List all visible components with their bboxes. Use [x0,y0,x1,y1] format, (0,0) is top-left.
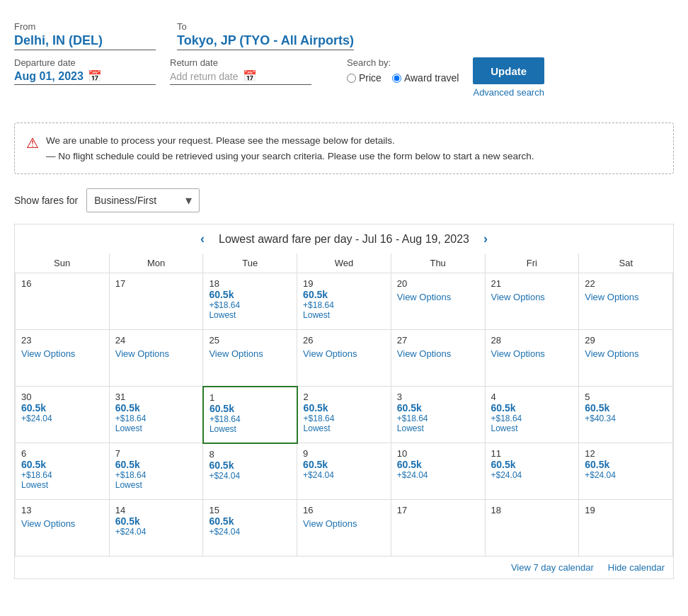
next-month-button[interactable]: › [483,232,488,246]
hide-calendar-link[interactable]: Hide calendar [608,562,665,573]
cell-fee: +$24.04 [21,413,103,423]
calendar-cell[interactable]: 260.5k+$18.64Lowest [297,387,391,443]
to-value[interactable]: Tokyo, JP (TYO - All Airports) [177,33,354,50]
view-options-link[interactable]: View Options [491,348,573,359]
cell-fee: +$24.04 [397,470,479,480]
calendar-cell[interactable]: 28View Options [485,330,579,387]
calendar-cell[interactable]: 1460.5k+$24.04 [109,500,203,557]
cell-price: 60.5k [397,402,479,413]
calendar-cell[interactable]: 560.5k+$40.34 [579,387,673,443]
cell-date-number: 18 [209,278,219,289]
cell-lowest-tag: Lowest [210,424,291,434]
view-options-link[interactable]: View Options [585,292,667,302]
calendar-cell[interactable]: 1860.5k+$18.64Lowest [203,273,297,330]
view-options-link[interactable]: View Options [21,518,103,529]
error-text: We are unable to process your request. P… [46,133,534,164]
calendar-cell[interactable]: 27View Options [391,330,485,387]
view-7day-link[interactable]: View 7 day calendar [511,562,594,573]
cell-date-number: 16 [21,278,31,289]
calendar-body: 16171860.5k+$18.64Lowest1960.5k+$18.64Lo… [16,273,673,557]
calendar-icon[interactable]: 📅 [88,69,102,83]
award-radio-label[interactable]: Award travel [392,72,459,84]
return-calendar-icon[interactable]: 📅 [243,69,257,83]
calendar-cell[interactable]: 660.5k+$18.64Lowest [16,443,110,500]
calendar-cell[interactable]: 1560.5k+$24.04 [203,500,297,557]
view-options-link[interactable]: View Options [397,348,479,359]
calendar-day-header: Fri [485,253,579,273]
from-value[interactable]: Delhi, IN (DEL) [14,33,156,50]
cell-date-number: 20 [397,278,407,289]
departure-label: Departure date [14,57,156,68]
show-fares-label: Show fares for [14,195,78,206]
advanced-search-link[interactable]: Advanced search [473,87,544,98]
cell-date-number: 17 [397,505,407,515]
update-button[interactable]: Update [473,57,544,84]
fare-row: Show fares for Business/First ▾ [14,188,674,212]
calendar-cell[interactable]: 13View Options [16,500,110,557]
calendar-cell[interactable]: 860.5k+$24.04 [203,443,297,500]
calendar-cell[interactable]: 3060.5k+$24.04 [16,387,110,443]
calendar-cell[interactable]: 22View Options [579,273,673,330]
calendar-cell[interactable]: 25View Options [203,330,297,387]
view-options-link[interactable]: View Options [585,348,667,359]
to-label: To [177,21,354,32]
cell-date-number: 8 [209,449,214,460]
cell-date-number: 27 [397,335,407,346]
calendar-cell[interactable]: 960.5k+$24.04 [297,443,391,500]
view-options-link[interactable]: View Options [397,292,479,302]
calendar-week-row: 23View Options24View Options25View Optio… [16,330,673,387]
cell-price: 60.5k [491,459,573,470]
calendar-cell[interactable]: 1060.5k+$24.04 [391,443,485,500]
prev-month-button[interactable]: ‹ [200,232,205,246]
calendar-cell[interactable]: 1160.5k+$24.04 [485,443,579,500]
calendar-day-header: Mon [109,253,203,273]
cell-date-number: 19 [585,505,595,515]
cell-date-number: 15 [209,505,219,515]
cell-fee: +$18.64 [115,470,197,480]
calendar-cell[interactable]: 26View Options [297,330,391,387]
view-options-link[interactable]: View Options [115,348,197,359]
calendar-cell[interactable]: 23View Options [16,330,110,387]
calendar-cell[interactable]: 1260.5k+$24.04 [579,443,673,500]
cell-price: 60.5k [304,402,385,413]
view-options-link[interactable]: View Options [303,518,385,529]
cell-price: 60.5k [115,459,197,470]
award-radio[interactable] [392,74,401,83]
fare-class-value: Business/First [94,195,156,206]
calendar-cell: 16 [16,273,110,330]
return-label: Return date [170,57,311,68]
error-icon: ⚠ [26,135,39,152]
calendar-cell[interactable]: 29View Options [579,330,673,387]
calendar-day-header: Thu [391,253,485,273]
calendar-cell[interactable]: 16View Options [297,500,391,557]
cell-lowest-tag: Lowest [397,423,479,433]
calendar-cell[interactable]: 360.5k+$18.64Lowest [391,387,485,443]
calendar-cell: 18 [485,500,579,557]
cell-price: 60.5k [21,459,103,470]
cell-price: 60.5k [209,515,291,527]
calendar-cell[interactable]: 21View Options [485,273,579,330]
calendar-cell[interactable]: 760.5k+$18.64Lowest [109,443,203,500]
view-options-link[interactable]: View Options [209,348,291,359]
calendar-cell[interactable]: 3160.5k+$18.64Lowest [109,387,203,443]
calendar-cell[interactable]: 20View Options [391,273,485,330]
cell-price: 60.5k [209,289,291,300]
calendar-cell[interactable]: 1960.5k+$18.64Lowest [297,273,391,330]
price-radio[interactable] [347,74,356,83]
cell-date-number: 17 [115,278,125,289]
view-options-link[interactable]: View Options [21,348,103,359]
price-radio-label[interactable]: Price [347,72,382,84]
calendar-cell[interactable]: 160.5k+$18.64Lowest [203,387,297,443]
cell-fee: +$18.64 [210,414,291,424]
view-options-link[interactable]: View Options [491,292,573,302]
calendar-container: ‹ Lowest award fare per day - Jul 16 - A… [14,224,674,579]
cell-date-number: 29 [585,335,595,346]
departure-value[interactable]: Aug 01, 2023 📅 [14,69,156,85]
cell-price: 60.5k [21,402,103,413]
view-options-link[interactable]: View Options [303,348,385,359]
calendar-cell[interactable]: 24View Options [109,330,203,387]
fare-class-select[interactable]: Business/First ▾ [86,188,200,212]
return-placeholder[interactable]: Add return date 📅 [170,69,311,85]
cell-price: 60.5k [210,403,291,414]
calendar-cell[interactable]: 460.5k+$18.64Lowest [485,387,579,443]
